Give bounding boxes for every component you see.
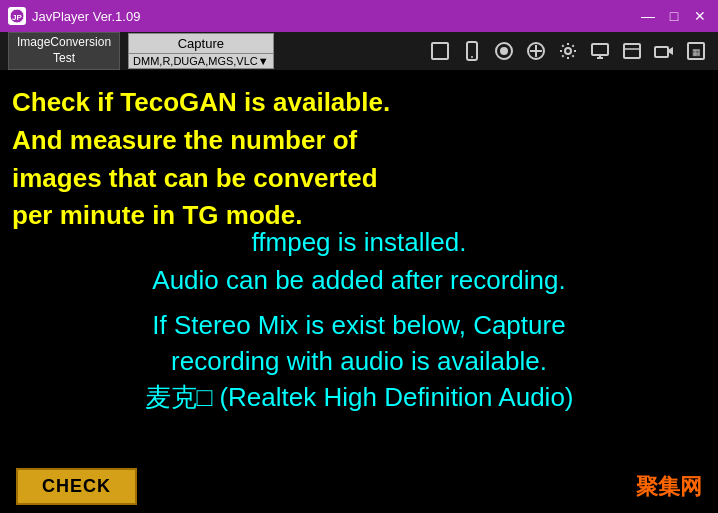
capture-button[interactable]: Capture [128,33,274,54]
toolbar-icon-phone[interactable] [458,37,486,65]
dropdown-arrow-icon: ▼ [258,55,269,67]
stereo-mix-line-1: If Stereo Mix is exist below, Capture [12,307,706,343]
toolbar-icons: ▦ [426,37,710,65]
svg-text:▦: ▦ [692,47,701,57]
svg-rect-16 [655,47,668,57]
stereo-mix-line-3: 麦克□ (Realtek High Definition Audio) [12,379,706,415]
toolbar-icon-camera[interactable] [650,37,678,65]
maximize-button[interactable]: □ [664,6,684,26]
main-content: Check if TecoGAN is available. And measu… [0,70,718,513]
svg-text:JP: JP [12,13,22,22]
stereo-mix-line-2: recording with audio is available. [12,343,706,379]
svg-rect-2 [432,43,448,59]
minimize-button[interactable]: — [638,6,658,26]
yellow-line-3: images that can be converted [12,162,706,196]
check-button[interactable]: CHECK [16,468,137,505]
app-icon: JP [8,7,26,25]
image-conversion-button[interactable]: ImageConversion Test [8,32,120,69]
window-title: JavPlayer Ver.1.09 [32,9,638,24]
svg-rect-14 [624,44,640,58]
stereo-mix-block: If Stereo Mix is exist below, Capture re… [12,307,706,416]
yellow-line-1: Check if TecoGAN is available. [12,86,706,120]
toolbar-icon-grid[interactable]: ▦ [682,37,710,65]
toolbar-icon-cross[interactable] [522,37,550,65]
brand-label: 聚集网 [636,472,702,502]
svg-point-10 [565,48,571,54]
svg-rect-11 [592,44,608,55]
capture-group: Capture DMM,R,DUGA,MGS,VLC ▼ [128,33,274,69]
toolbar-icon-gear[interactable] [554,37,582,65]
window-controls: — □ ✕ [638,6,710,26]
toolbar-icon-record[interactable] [490,37,518,65]
svg-point-6 [500,47,508,55]
toolbar-icon-layers[interactable] [618,37,646,65]
bottom-bar: CHECK 聚集网 [0,460,718,513]
yellow-line-2: And measure the number of [12,124,706,158]
audio-line: Audio can be added after recording. [12,262,706,298]
toolbar-icon-square[interactable] [426,37,454,65]
svg-point-4 [471,56,473,58]
close-button[interactable]: ✕ [690,6,710,26]
capture-dropdown[interactable]: DMM,R,DUGA,MGS,VLC ▼ [128,54,274,69]
title-bar: JP JavPlayer Ver.1.09 — □ ✕ [0,0,718,32]
toolbar-icon-monitor[interactable] [586,37,614,65]
yellow-text-block: Check if TecoGAN is available. And measu… [12,86,706,233]
toolbar: ImageConversion Test Capture DMM,R,DUGA,… [0,32,718,70]
